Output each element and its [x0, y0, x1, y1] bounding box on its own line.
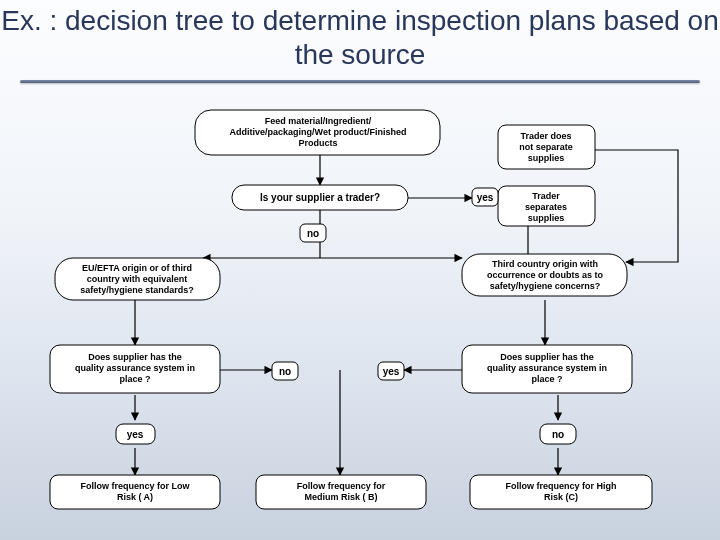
svg-text:no: no [279, 366, 291, 377]
node-products: Feed material/Ingredient/Additive/packag… [195, 110, 440, 155]
node-out-high: Follow frequency for HighRisk (C) [470, 475, 652, 509]
label-yes-1: yes [472, 188, 498, 206]
node-trader-not-separate: Trader doesnot separatesupplies [498, 125, 595, 169]
svg-text:yes: yes [477, 192, 494, 203]
svg-text:Is your supplier a trader?: Is your supplier a trader? [260, 192, 380, 203]
node-qa-left: Does supplier has thequality assurance s… [50, 345, 220, 393]
node-trader-separates: Traderseparatessupplies [498, 186, 595, 226]
node-third-country: Third country origin withoccurrence or d… [462, 254, 627, 296]
node-qa-right: Does supplier has thequality assurance s… [462, 345, 632, 393]
svg-text:no: no [307, 228, 319, 239]
svg-text:EU/EFTA origin or of thirdcoun: EU/EFTA origin or of thirdcountry with e… [80, 263, 194, 295]
node-is-trader: Is your supplier a trader? [232, 185, 408, 210]
label-no-3: no [540, 424, 576, 444]
svg-text:yes: yes [383, 366, 400, 377]
label-no-1: no [300, 224, 326, 242]
label-yes-2: yes [378, 362, 404, 380]
svg-text:yes: yes [127, 429, 144, 440]
node-eu-efta: EU/EFTA origin or of thirdcountry with e… [55, 258, 220, 300]
svg-text:Follow frequency forMedium Ris: Follow frequency forMedium Risk ( B) [297, 481, 386, 502]
diagram: Feed material/Ingredient/Additive/packag… [0, 0, 720, 540]
node-out-medium: Follow frequency forMedium Risk ( B) [256, 475, 426, 509]
label-yes-3: yes [116, 424, 155, 444]
node-out-low: Follow frequency for LowRisk ( A) [50, 475, 220, 509]
svg-text:Third country origin withoccur: Third country origin withoccurrence or d… [487, 259, 604, 291]
label-no-2: no [272, 362, 298, 380]
svg-text:no: no [552, 429, 564, 440]
